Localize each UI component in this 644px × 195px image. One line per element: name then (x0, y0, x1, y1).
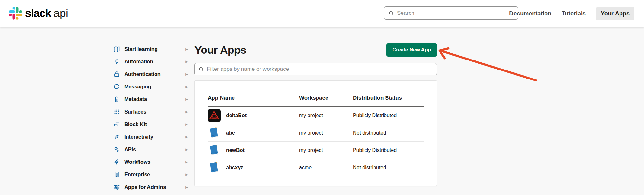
tag-icon (113, 96, 120, 103)
sidebar-item-label: Metadata (124, 96, 181, 102)
sidebar-item-enterprise[interactable]: Enterprise ▶ (113, 168, 188, 181)
app-filter[interactable] (194, 63, 437, 75)
chevron-right-icon: ▶ (185, 173, 188, 176)
distribution-status: Not distributed (353, 130, 424, 136)
sidebar-item-authentication[interactable]: Authentication ▶ (113, 68, 188, 80)
sidebar-item-label: Authentication (124, 71, 181, 77)
sidebar-item-label: Apps for Admins (124, 184, 181, 190)
app-name[interactable]: deltaBot (226, 113, 247, 118)
chevron-right-icon: ▶ (185, 186, 188, 189)
slack-api-logo[interactable]: slack api (9, 7, 68, 20)
search-icon (388, 10, 394, 16)
default-app-icon (208, 126, 221, 139)
sidebar-item-label: Surfaces (124, 109, 181, 115)
nav-tutorials[interactable]: Tutorials (562, 10, 586, 17)
global-search[interactable] (384, 6, 518, 20)
chevron-right-icon: ▶ (185, 148, 188, 151)
nav-documentation[interactable]: Documentation (509, 10, 551, 17)
top-header-bar: slack api Documentation Tutorials Your A… (0, 0, 644, 27)
workspace-name: my project (299, 113, 353, 118)
distribution-status: Not distributed (353, 165, 424, 171)
logo-suffix-text: api (53, 7, 68, 20)
sidebar-item-label: APIs (124, 146, 181, 153)
sidebar-item-start-learning[interactable]: Start learning ▶ (113, 43, 188, 55)
table-row[interactable]: abc my project Not distributed (208, 124, 424, 142)
chevron-right-icon: ▶ (185, 98, 188, 101)
lightning-icon (113, 159, 120, 165)
sidebar-item-label: Automation (124, 59, 181, 65)
chevron-right-icon: ▶ (185, 123, 188, 126)
chevron-right-icon: ▶ (185, 110, 188, 114)
deltabot-app-icon (208, 109, 221, 122)
sidebar-item-apps-for-admins[interactable]: Apps for Admins ▶ (113, 181, 188, 193)
sidebar-item-interactivity[interactable]: Interactivity ▶ (113, 131, 188, 143)
column-header-distribution-status: Distribution Status (353, 95, 424, 101)
table-row[interactable]: newBot my project Publicly Distributed (208, 142, 424, 159)
search-input[interactable] (397, 10, 514, 16)
column-header-workspace: Workspace (299, 95, 353, 101)
app-name[interactable]: abcxyz (226, 165, 243, 171)
your-apps-main: Your Apps Create New App App Name Worksp… (194, 42, 437, 186)
default-app-icon (208, 161, 221, 174)
chevron-right-icon: ▶ (185, 73, 188, 76)
chevron-right-icon: ▶ (185, 85, 188, 88)
sidebar-item-label: Workflows (124, 159, 181, 165)
speech-bubble-icon (113, 83, 120, 90)
chevron-right-icon: ▶ (185, 60, 188, 63)
blocks-icon (113, 121, 120, 128)
sidebar-item-workflows[interactable]: Workflows ▶ (113, 156, 188, 168)
sidebar-item-label: Start learning (124, 46, 181, 52)
workspace-name: my project (299, 130, 353, 136)
gears-icon (113, 146, 120, 153)
page: slack api Documentation Tutorials Your A… (0, 0, 644, 195)
header-nav: Documentation Tutorials Your Apps (509, 0, 634, 27)
table-row[interactable]: abcxyz acme Not distributed (208, 159, 424, 176)
building-icon (113, 171, 120, 178)
sidebar-item-label: Block Kit (124, 121, 181, 127)
table-row[interactable]: deltaBot my project Publicly Distributed (208, 107, 424, 124)
filter-apps-input[interactable] (207, 66, 433, 72)
page-title: Your Apps (194, 44, 246, 56)
app-name[interactable]: abc (226, 130, 235, 136)
sidebar-item-label: Interactivity (124, 134, 181, 140)
sidebar-item-label: Enterprise (124, 172, 181, 178)
column-header-app-name: App Name (208, 95, 299, 101)
chevron-right-icon: ▶ (185, 135, 188, 139)
app-name[interactable]: newBot (226, 147, 245, 153)
apps-table-card: App Name Workspace Distribution Status d… (194, 80, 437, 186)
annotation-arrow-icon (435, 46, 542, 84)
sidebar-item-apis[interactable]: APIs ▶ (113, 143, 188, 156)
sidebar-item-messaging[interactable]: Messaging ▶ (113, 80, 188, 93)
distribution-status: Publicly Distributed (353, 147, 424, 153)
logo-brand-text: slack (25, 7, 51, 20)
workspace-name: my project (299, 147, 353, 153)
docs-sidebar: Start learning ▶ Automation ▶ Authentica… (113, 43, 188, 193)
nav-your-apps[interactable]: Your Apps (596, 7, 634, 20)
search-icon (198, 66, 204, 72)
distribution-status: Publicly Distributed (353, 113, 424, 118)
table-header-row: App Name Workspace Distribution Status (208, 95, 424, 107)
slack-logo-icon (9, 7, 22, 20)
sliders-icon (113, 184, 120, 190)
chevron-right-icon: ▶ (185, 48, 188, 51)
grid-icon (113, 108, 120, 115)
workspace-name: acme (299, 165, 353, 171)
default-app-icon (208, 144, 221, 157)
lock-icon (113, 71, 120, 78)
create-new-app-button[interactable]: Create New App (386, 43, 437, 57)
chevron-right-icon: ▶ (185, 161, 188, 164)
sidebar-item-metadata[interactable]: Metadata ▶ (113, 93, 188, 106)
sidebar-item-block-kit[interactable]: Block Kit ▶ (113, 118, 188, 131)
plug-icon (113, 134, 120, 140)
map-icon (113, 46, 120, 52)
sidebar-item-label: Messaging (124, 84, 181, 90)
sidebar-item-automation[interactable]: Automation ▶ (113, 55, 188, 68)
sidebar-item-surfaces[interactable]: Surfaces ▶ (113, 106, 188, 118)
lightning-icon (113, 58, 120, 65)
